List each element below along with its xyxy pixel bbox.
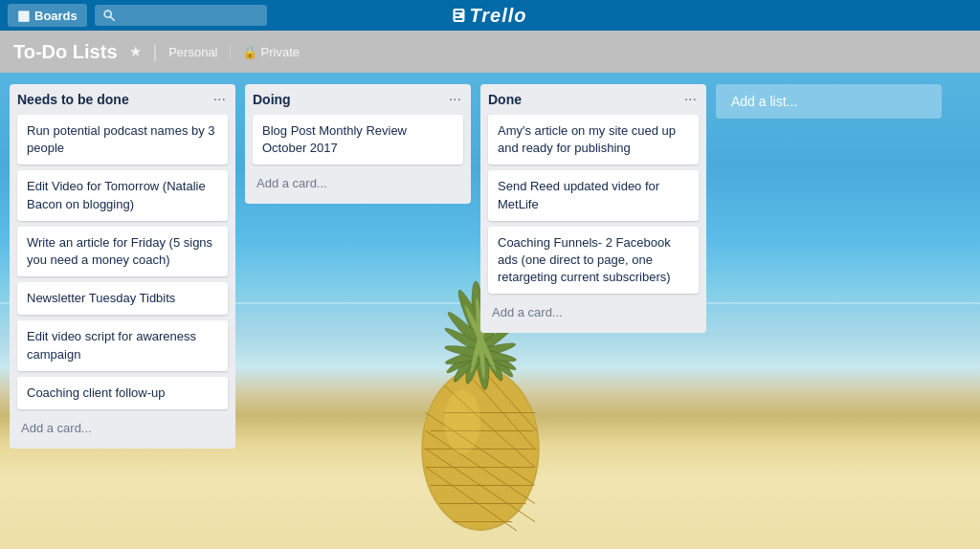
personal-badge: Personal xyxy=(168,45,217,59)
board-title: To-Do Lists xyxy=(13,41,118,63)
list-menu-button-needs-to-be-done[interactable]: ··· xyxy=(212,92,228,107)
search-icon xyxy=(102,9,116,22)
lists-container: Needs to be done···Run potential podcast… xyxy=(10,84,942,449)
trello-logo-icon xyxy=(453,9,464,22)
private-label: Private xyxy=(261,45,300,59)
add-list-button[interactable]: Add a list... xyxy=(716,84,942,119)
add-card-button-done[interactable]: Add a card... xyxy=(488,299,699,325)
search-bar[interactable] xyxy=(95,5,267,26)
boards-button[interactable]: ▦ Boards xyxy=(8,4,87,27)
trello-logo-bar-3 xyxy=(455,18,462,20)
card-needs-to-be-done-4[interactable]: Edit video script for awareness campaign xyxy=(17,320,228,370)
card-needs-to-be-done-2[interactable]: Write an article for Friday (5 signs you… xyxy=(17,227,228,276)
list-header-needs-to-be-done: Needs to be done··· xyxy=(17,92,228,107)
list-title-doing: Doing xyxy=(253,92,291,107)
header-divider: | xyxy=(153,42,158,62)
trello-logo: Trello xyxy=(453,5,526,27)
lock-icon: 🔒 xyxy=(242,45,257,59)
trello-logo-bar-2 xyxy=(455,14,459,16)
list-done: Done···Amy's article on my site cued up … xyxy=(480,84,706,333)
list-header-doing: Doing··· xyxy=(253,92,463,107)
add-card-button-doing[interactable]: Add a card... xyxy=(253,170,463,196)
svg-line-1 xyxy=(111,17,115,21)
trello-logo-bar-1 xyxy=(455,11,462,12)
list-header-done: Done··· xyxy=(488,92,699,107)
trello-logo-box xyxy=(453,9,464,22)
card-needs-to-be-done-3[interactable]: Newsletter Tuesday Tidbits xyxy=(17,282,228,315)
board-header: To-Do Lists ★ | Personal 🔒 Private xyxy=(0,31,980,73)
card-needs-to-be-done-1[interactable]: Edit Video for Tomorrow (Natalie Bacon o… xyxy=(17,170,228,220)
list-menu-button-doing[interactable]: ··· xyxy=(447,92,463,107)
trello-logo-text: Trello xyxy=(469,5,526,27)
star-icon[interactable]: ★ xyxy=(129,43,142,60)
top-nav: ▦ Boards Trello xyxy=(0,0,980,31)
add-card-button-needs-to-be-done[interactable]: Add a card... xyxy=(17,415,228,441)
card-needs-to-be-done-5[interactable]: Coaching client follow-up xyxy=(17,377,228,409)
list-menu-button-done[interactable]: ··· xyxy=(682,92,699,107)
list-doing: Doing···Blog Post Monthly Review October… xyxy=(245,84,471,204)
board-background: Needs to be done···Run potential podcast… xyxy=(0,73,980,549)
card-needs-to-be-done-0[interactable]: Run potential podcast names by 3 people xyxy=(17,115,228,165)
personal-label: Personal xyxy=(168,45,217,59)
list-needs-to-be-done: Needs to be done···Run potential podcast… xyxy=(10,84,235,449)
list-title-needs-to-be-done: Needs to be done xyxy=(17,92,129,107)
private-badge: 🔒 Private xyxy=(230,45,300,59)
card-done-1[interactable]: Send Reed updated video for MetLife xyxy=(488,170,699,220)
card-doing-0[interactable]: Blog Post Monthly Review October 2017 xyxy=(253,115,463,165)
boards-icon: ▦ xyxy=(17,8,30,23)
card-done-0[interactable]: Amy's article on my site cued up and rea… xyxy=(488,115,699,165)
boards-label: Boards xyxy=(34,9,78,23)
card-done-2[interactable]: Coaching Funnels- 2 Facebook ads (one di… xyxy=(488,227,699,295)
list-title-done: Done xyxy=(488,92,522,107)
